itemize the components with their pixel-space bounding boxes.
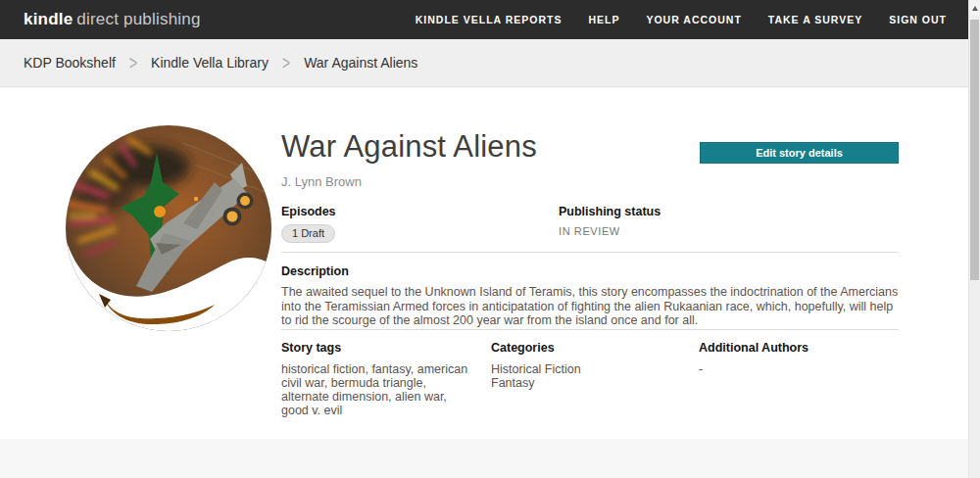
description-section: Description The awaited sequel to the Un… [281, 264, 901, 328]
additional-authors-value: - [699, 362, 895, 376]
chevron-right-icon: > [282, 52, 290, 73]
divider [281, 329, 899, 330]
episodes-draft-badge: 1 Draft [281, 224, 335, 243]
kdp-logo[interactable]: kindledirect publishing [24, 10, 201, 29]
nav-link-kindle-vella-reports[interactable]: KINDLE VELLA REPORTS [416, 14, 563, 25]
nav-link-help[interactable]: HELP [588, 14, 619, 25]
breadcrumb-current-page: War Against Aliens [304, 55, 417, 71]
scrollbar-thumb[interactable] [970, 20, 979, 280]
scroll-up-button[interactable] [969, 0, 980, 16]
publishing-status-section: Publishing status IN REVIEW [559, 205, 661, 237]
page: kindledirect publishing KINDLE VELLA REP… [0, 0, 980, 478]
category-item: Historical Fiction [491, 362, 667, 376]
story-title: War Against Aliens [281, 129, 537, 165]
nav-links: KINDLE VELLA REPORTS HELP YOUR ACCOUNT T… [416, 14, 947, 25]
episodes-label: Episodes [281, 205, 336, 218]
scrollbar[interactable] [968, 0, 980, 478]
cover-art-svg [66, 125, 271, 331]
description-label: Description [281, 264, 901, 278]
chevron-right-icon: > [129, 52, 137, 73]
story-cover-image [66, 125, 271, 331]
kdp-logo-kindle: kindle [24, 10, 73, 28]
nav-link-sign-out[interactable]: SIGN OUT [889, 14, 947, 25]
publishing-status-value: IN REVIEW [559, 225, 661, 237]
description-text: The awaited sequel to the Unknown Island… [281, 285, 901, 328]
scroll-up-arrow-icon [972, 6, 978, 11]
gray-jet-afterburner [227, 212, 238, 222]
nav-link-your-account[interactable]: YOUR ACCOUNT [646, 14, 741, 25]
publishing-status-label: Publishing status [559, 205, 661, 218]
story-detail-panel: War Against Aliens J. Lynn Brown Edit st… [0, 88, 980, 439]
tracer-dot [194, 197, 198, 201]
episodes-section: Episodes 1 Draft [281, 205, 336, 243]
green-jet-afterburner [154, 206, 166, 217]
story-tags-section: Story tags historical fiction, fantasy, … [281, 341, 473, 417]
nav-link-take-a-survey[interactable]: TAKE A SURVEY [768, 14, 862, 25]
kdp-logo-rest: direct publishing [76, 10, 200, 28]
story-tags-label: Story tags [281, 341, 473, 355]
breadcrumb: KDP Bookshelf > Kindle Vella Library > W… [0, 39, 980, 87]
breadcrumb-kdp-bookshelf[interactable]: KDP Bookshelf [24, 55, 116, 71]
breadcrumb-kindle-vella-library[interactable]: Kindle Vella Library [151, 55, 269, 71]
categories-value: Historical Fiction Fantasy [491, 362, 667, 390]
additional-authors-section: Additional Authors - [699, 341, 895, 376]
story-author: J. Lynn Brown [281, 174, 362, 189]
top-navbar: kindledirect publishing KINDLE VELLA REP… [0, 0, 980, 39]
gray-jet-afterburner [240, 196, 250, 206]
story-tags-value: historical fiction, fantasy, american ci… [281, 362, 473, 417]
categories-section: Categories Historical Fiction Fantasy [491, 341, 667, 390]
divider [281, 252, 899, 253]
category-item: Fantasy [491, 376, 667, 390]
edit-story-details-button[interactable]: Edit story details [700, 142, 899, 164]
categories-label: Categories [491, 341, 667, 355]
additional-authors-label: Additional Authors [699, 341, 895, 355]
